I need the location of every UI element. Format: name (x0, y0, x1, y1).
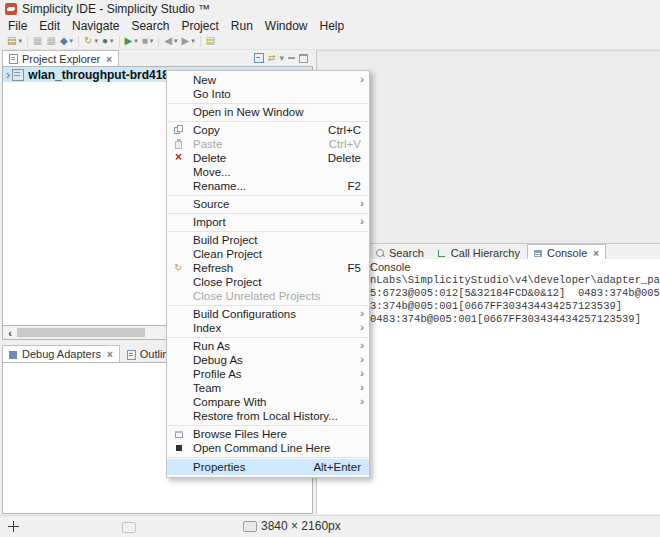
toolbar-separator (200, 36, 201, 47)
chevron-down-icon[interactable]: ▾ (150, 37, 154, 45)
back-icon: ◀ (164, 35, 172, 47)
submenu-arrow-icon (360, 367, 364, 379)
menu-item-team[interactable]: Team (167, 381, 369, 395)
run-icon: ▶ (125, 35, 133, 47)
menu-separator (168, 337, 368, 338)
main-toolbar: ▤▾ ▦ ▦ ◆▾ ↻▾ ●▾ ▶▾ ■▾ ◀▾ ▶▾ ▤ (0, 33, 660, 50)
menu-item-move[interactable]: Move... (167, 165, 369, 179)
menu-help[interactable]: Help (314, 19, 351, 33)
menu-item-paste[interactable]: PasteCtrl+V (167, 137, 369, 151)
move-cursor-icon (8, 521, 19, 532)
menu-navigate[interactable]: Navigate (66, 19, 125, 33)
forward-button[interactable]: ▶▾ (180, 34, 197, 48)
menu-item-delete[interactable]: DeleteDelete (167, 151, 369, 165)
open-resource-icon: ▤ (206, 35, 215, 47)
menu-item-build-project[interactable]: Build Project (167, 233, 369, 247)
menu-item-copy[interactable]: CopyCtrl+C (167, 123, 369, 137)
chevron-down-icon[interactable]: ▾ (191, 37, 195, 45)
menu-window[interactable]: Window (259, 19, 314, 33)
console-line: nLabs\SimplicityStudio\v4\developer\adap… (370, 274, 660, 287)
submenu-arrow-icon (360, 381, 364, 393)
expand-arrow-icon[interactable] (6, 68, 10, 81)
console-line: 0483:374b@005:001[0667FF3034344342571235… (370, 313, 660, 326)
profile-button[interactable]: ■▾ (140, 34, 156, 48)
chevron-down-icon[interactable]: ▾ (110, 37, 114, 45)
tab-label: Search (389, 247, 424, 259)
menu-item-source[interactable]: Source (167, 197, 369, 211)
menu-item-restore-from-local-history[interactable]: Restore from Local History... (167, 409, 369, 423)
maximize-icon[interactable] (299, 54, 308, 63)
save-button[interactable]: ▦ (31, 34, 44, 48)
menu-edit[interactable]: Edit (33, 19, 66, 33)
menu-item-import[interactable]: Import (167, 215, 369, 229)
menu-project[interactable]: Project (175, 19, 224, 33)
chevron-down-icon[interactable]: ▾ (94, 37, 98, 45)
debug-adapters-icon (9, 351, 17, 359)
chevron-down-icon[interactable]: ▾ (18, 37, 22, 45)
refresh-icon: ↻ (84, 35, 92, 47)
console-icon (534, 250, 542, 257)
delete-icon (174, 153, 184, 163)
menu-item-open-command-line-here[interactable]: Open Command Line Here (167, 441, 369, 455)
close-icon[interactable] (593, 248, 599, 259)
back-button[interactable]: ◀▾ (162, 34, 179, 48)
minimize-icon[interactable] (288, 57, 295, 59)
menu-separator (168, 213, 368, 214)
dimensions-text: 3840 × 2160px (261, 519, 341, 533)
console-line: 3:374b@005:001[0667FF303434434257123539] (370, 300, 660, 313)
welcome-button[interactable]: ◆▾ (58, 34, 75, 48)
chevron-down-icon[interactable]: ▾ (70, 37, 74, 45)
outline-icon (127, 350, 136, 360)
run-button[interactable]: ▶▾ (123, 34, 140, 48)
project-icon (12, 69, 24, 81)
debug-button[interactable]: ●▾ (100, 34, 116, 48)
menu-search[interactable]: Search (125, 19, 175, 33)
scrollbar-thumb[interactable] (17, 328, 145, 337)
chevron-down-icon[interactable]: ▾ (174, 37, 178, 45)
menu-separator (168, 231, 368, 232)
toolbar-separator (158, 36, 159, 47)
menu-item-clean-project[interactable]: Clean Project (167, 247, 369, 261)
menu-item-go-into[interactable]: Go Into (167, 87, 369, 101)
new-wizard-icon: ▤ (7, 35, 16, 47)
menu-run[interactable]: Run (225, 19, 259, 33)
menu-item-index[interactable]: Index (167, 321, 369, 335)
app-icon (5, 3, 17, 15)
menu-item-build-configurations[interactable]: Build Configurations (167, 307, 369, 321)
menu-separator (168, 103, 368, 104)
menu-item-compare-with[interactable]: Compare With (167, 395, 369, 409)
menu-item-close-unrelated-projects[interactable]: Close Unrelated Projects (167, 289, 369, 303)
paste-icon (174, 139, 184, 149)
menu-item-run-as[interactable]: Run As (167, 339, 369, 353)
scroll-left-icon[interactable]: ‹ (3, 327, 17, 339)
menu-item-browse-files-here[interactable]: Browse Files Here (167, 427, 369, 441)
link-with-editor-icon[interactable]: ⇄ (268, 53, 276, 63)
dimensions-icon (243, 521, 257, 532)
submenu-arrow-icon (360, 339, 364, 351)
menu-item-close-project[interactable]: Close Project (167, 275, 369, 289)
save-all-button[interactable]: ▦ (44, 34, 57, 48)
menu-file[interactable]: File (2, 19, 33, 33)
refresh-icon (174, 263, 184, 273)
menu-item-properties[interactable]: PropertiesAlt+Enter (167, 459, 369, 475)
chevron-down-icon[interactable]: ▾ (134, 37, 138, 45)
refresh-button[interactable]: ↻▾ (82, 34, 100, 48)
new-wizard-button[interactable]: ▤▾ (5, 34, 24, 48)
collapse-all-icon[interactable] (254, 53, 264, 63)
menu-item-profile-as[interactable]: Profile As (167, 367, 369, 381)
tab-label: Call Hierarchy (451, 247, 520, 259)
menu-item-open-in-new-window[interactable]: Open in New Window (167, 105, 369, 119)
submenu-arrow-icon (360, 321, 364, 333)
tab-label: Console (547, 247, 587, 259)
menu-item-refresh[interactable]: RefreshF5 (167, 261, 369, 275)
view-menu-icon[interactable]: ▾ (279, 53, 284, 63)
menu-item-debug-as[interactable]: Debug As (167, 353, 369, 367)
menu-separator (168, 195, 368, 196)
menu-item-rename[interactable]: Rename...F2 (167, 179, 369, 193)
tab-debug-adapters[interactable]: Debug Adapters (2, 345, 120, 362)
close-icon[interactable] (107, 349, 113, 360)
menu-item-new[interactable]: New (167, 73, 369, 87)
open-resource-button[interactable]: ▤ (204, 34, 217, 48)
menu-separator (168, 425, 368, 426)
selection-rect-icon (122, 522, 136, 533)
